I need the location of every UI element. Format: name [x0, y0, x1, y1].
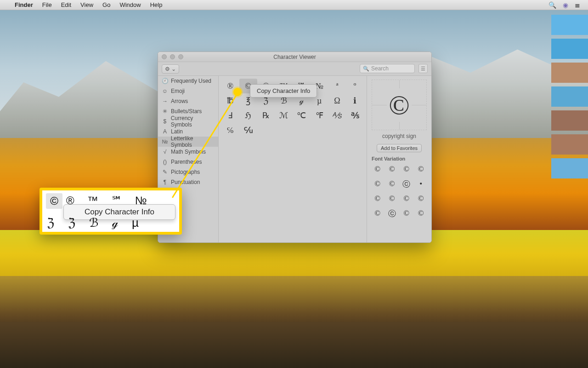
character-cell[interactable]: º: [346, 79, 364, 93]
sidebar-item-icon: (): [162, 159, 168, 165]
callout-char: ℊ: [112, 216, 118, 230]
font-variation-cell[interactable]: ©: [400, 163, 413, 175]
sidebar-item-label: Frequently Used: [171, 78, 211, 84]
window-controls: [162, 54, 183, 59]
font-variation-cell[interactable]: ©: [371, 207, 384, 219]
search-field[interactable]: 🔍 Search: [360, 64, 415, 73]
sidebar-item-label: Currency Symbols: [171, 115, 215, 128]
character-viewer-window: Character Viewer ⚙ ⌄ 🔍 Search ☰ 🕘Frequen…: [158, 52, 432, 243]
sidebar-item-icon: →: [162, 98, 168, 104]
sidebar-item-icon: √: [162, 149, 168, 155]
context-menu-copy-info[interactable]: Copy Character Info: [250, 86, 317, 96]
font-variation-cell[interactable]: ©: [414, 163, 428, 175]
font-variation-cell[interactable]: ©: [371, 163, 384, 175]
grid-icon: ☰: [421, 66, 425, 72]
character-cell[interactable]: ℳ: [275, 108, 293, 123]
character-cell[interactable]: Ω: [328, 93, 346, 108]
menu-edit[interactable]: Edit: [57, 1, 76, 8]
preview-glyph: ©: [387, 88, 412, 122]
menu-help[interactable]: Help: [146, 1, 167, 8]
redacted-side-area: [551, 11, 588, 195]
callout-char: ℬ: [89, 216, 98, 230]
character-grid-area: ®©℗™℠№ªº℔℥ℨℬℊµΩℹℲℌ℞ℳ℃℉⅍℁℅℆ Copy Characte…: [219, 76, 367, 242]
character-cell[interactable]: ℁: [346, 108, 364, 123]
siri-icon[interactable]: ◉: [560, 1, 571, 9]
character-cell[interactable]: ℆: [239, 123, 257, 138]
font-variation-cell[interactable]: ©: [414, 193, 428, 205]
font-variation-grid: ©©©©©©ⓒ•©©©©©ⓒ©©: [367, 163, 431, 224]
search-placeholder: Search: [371, 65, 389, 72]
sidebar-item-label: Latin: [171, 128, 183, 135]
font-variation-cell[interactable]: ©: [371, 178, 384, 190]
sidebar-item-icon: ✎: [162, 169, 168, 175]
sidebar-item-label: Emoji: [171, 88, 185, 94]
sidebar-item[interactable]: ☺Emoji: [158, 86, 218, 96]
callout-selected-cell: ©: [46, 193, 62, 209]
window-toolbar: ⚙ ⌄ 🔍 Search ☰: [158, 62, 431, 76]
font-variation-cell[interactable]: ©: [385, 193, 399, 205]
font-variation-cell[interactable]: •: [414, 178, 428, 190]
character-cell[interactable]: ℹ: [346, 93, 364, 108]
app-menu[interactable]: Finder: [10, 1, 38, 8]
character-cell[interactable]: ℅: [221, 123, 239, 138]
callout-bottom-row: ℨ ℨ ℬ ℊ µ: [47, 216, 139, 230]
character-cell[interactable]: ℞: [257, 108, 275, 123]
font-variation-cell[interactable]: ©: [371, 193, 384, 205]
sidebar-item-icon: 🕘: [162, 78, 168, 84]
character-preview: ©: [372, 80, 427, 130]
sidebar-item-icon: A: [162, 128, 168, 135]
sidebar-item-icon: №: [162, 138, 168, 145]
character-cell[interactable]: ℌ: [239, 108, 257, 123]
font-variation-cell[interactable]: ©: [414, 207, 428, 219]
sidebar-item-label: Bullets/Stars: [171, 108, 202, 115]
menu-view[interactable]: View: [76, 1, 98, 8]
spotlight-icon[interactable]: 🔍: [545, 1, 560, 9]
font-variation-cell[interactable]: ©: [400, 207, 413, 219]
action-menu-button[interactable]: ⚙ ⌄: [162, 64, 179, 74]
sidebar-item[interactable]: $Currency Symbols: [158, 116, 218, 126]
font-variation-cell[interactable]: ⓒ: [400, 178, 413, 190]
font-variation-cell[interactable]: ⓒ: [385, 207, 399, 219]
character-cell[interactable]: ℉: [311, 108, 328, 123]
zoom-button[interactable]: [178, 54, 183, 59]
gear-icon: ⚙: [165, 66, 170, 72]
menu-go[interactable]: Go: [98, 1, 115, 8]
menu-window[interactable]: Window: [115, 1, 145, 8]
font-variation-cell[interactable]: ©: [385, 178, 399, 190]
callout-char: µ: [132, 216, 139, 230]
font-variation-cell[interactable]: ©: [385, 163, 399, 175]
search-icon: 🔍: [363, 66, 369, 72]
font-variation-heading: Font Variation: [367, 152, 410, 163]
add-to-favorites-button[interactable]: Add to Favorites: [377, 144, 422, 152]
sidebar-item[interactable]: →Arrows: [158, 96, 218, 106]
menu-bar: Finder File Edit View Go Window Help 🔍 ◉…: [0, 0, 588, 10]
sidebar-item-label: Parentheses: [171, 159, 202, 165]
collapse-button[interactable]: ☰: [418, 64, 428, 73]
sidebar-item-icon: ✳: [162, 108, 168, 115]
menu-file[interactable]: File: [38, 1, 57, 8]
callout-char: ℨ: [47, 216, 54, 230]
sidebar-item[interactable]: 🕘Frequently Used: [158, 76, 218, 86]
character-cell[interactable]: ⅍: [328, 108, 346, 123]
sidebar-item[interactable]: ()Parentheses: [158, 157, 218, 167]
chevron-down-icon: ⌄: [171, 66, 176, 72]
character-cell[interactable]: ª: [328, 79, 346, 93]
window-titlebar[interactable]: Character Viewer: [158, 52, 431, 62]
annotation-dot: [233, 88, 242, 96]
wallpaper-reflection: [0, 276, 588, 322]
notification-center-icon[interactable]: ≣: [571, 1, 583, 9]
sidebar-item-label: Arrows: [171, 98, 188, 104]
character-cell[interactable]: ℃: [293, 108, 311, 123]
callout-char: ℨ: [68, 216, 75, 230]
detail-pane: © copyright sign Add to Favorites Font V…: [367, 76, 431, 242]
context-menu: Copy Character Info: [250, 84, 317, 98]
minimize-button[interactable]: [170, 54, 175, 59]
sidebar-item-icon: $: [162, 118, 168, 125]
sidebar-item[interactable]: ¶Punctuation: [158, 177, 218, 187]
character-name: copyright sign: [382, 133, 416, 139]
window-title: Character Viewer: [273, 54, 316, 60]
sidebar-item-icon: ¶: [162, 179, 168, 185]
close-button[interactable]: [162, 54, 167, 59]
font-variation-cell[interactable]: ©: [400, 193, 413, 205]
sidebar-item[interactable]: √Math Symbols: [158, 147, 218, 157]
